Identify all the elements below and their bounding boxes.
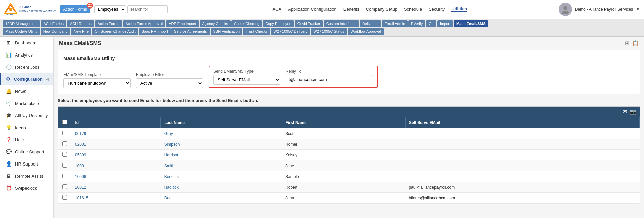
employee-lastname-link[interactable]: Simpson	[164, 142, 180, 147]
subnav-everify[interactable]: EVerify	[408, 20, 425, 27]
subnav-w2-status[interactable]: W2 / 1095C Status	[311, 28, 347, 35]
nav-schedule[interactable]: Schedule	[404, 7, 422, 12]
reply-to-input[interactable]	[286, 75, 373, 84]
sidebar-item-allpay[interactable]: 🎓 AllPay University	[0, 109, 53, 121]
row-checkbox-1[interactable]	[62, 131, 67, 135]
sidebar-item-online-support[interactable]: 💬 Online Support	[0, 146, 53, 158]
employee-id-link[interactable]: 00179	[75, 131, 86, 136]
subnav-new-company[interactable]: New Company	[41, 28, 70, 35]
employee-id-link[interactable]: 05899	[75, 153, 86, 157]
employee-lastname-link[interactable]: Smith	[164, 164, 175, 168]
nav-benefits[interactable]: Benefits	[343, 7, 359, 12]
action-forms-button[interactable]: Action Forms 22	[60, 5, 90, 13]
subnav-service-agreements[interactable]: Service Agreements	[171, 28, 210, 35]
send-email-button[interactable]: ✉	[623, 109, 627, 115]
subnav-on-screen-audit[interactable]: On Screen Change Audit	[92, 28, 138, 35]
subnav-12dd[interactable]: 12DD Management	[3, 20, 40, 27]
cell-email	[405, 171, 639, 182]
subnav-email-admin[interactable]: Email Admin	[382, 20, 408, 27]
table-row: 02001 Simpson Homer	[58, 139, 640, 150]
subnav-w2-delivery[interactable]: W2 / 1095C Delivery	[271, 28, 310, 35]
row-checkbox-2[interactable]	[62, 141, 67, 146]
sidebar-item-remote-assist[interactable]: 🖥 Remote Assist	[0, 170, 53, 182]
employee-lastname-link[interactable]: Gray	[164, 131, 173, 136]
send-type-select[interactable]: Self Serve EMail	[213, 75, 280, 85]
cell-last-name: Benefits	[161, 171, 282, 182]
subnav-covid-tracker[interactable]: Covid Tracker	[295, 20, 323, 27]
search-category-dropdown[interactable]: Employees	[94, 5, 126, 13]
employee-lastname-link[interactable]: Harrison	[164, 153, 179, 157]
help-icon: ❓	[6, 137, 12, 142]
subnav-action-forms[interactable]: Action Forms	[95, 20, 122, 27]
subnav-new-hire[interactable]: New Hire	[71, 28, 91, 35]
employee-id-link[interactable]: 02001	[75, 142, 86, 147]
col-checkbox	[58, 117, 72, 128]
employee-id-link[interactable]: 1000	[75, 164, 84, 168]
nav-security[interactable]: Security	[429, 7, 445, 12]
subnav-workflow-approval[interactable]: Workflow Approval	[348, 28, 384, 35]
row-checkbox-4[interactable]	[62, 163, 67, 168]
subnav-copy-employee[interactable]: Copy Employee	[263, 20, 294, 27]
nav-company-setup[interactable]: Company Setup	[366, 7, 397, 12]
sidebar-item-analytics[interactable]: 📊 Analytics	[0, 49, 53, 61]
employee-lastname-link[interactable]: Hadlock	[164, 185, 179, 190]
filter-select[interactable]: Active	[136, 78, 203, 88]
cell-first-name: Jane	[282, 160, 405, 171]
subnav-custom-interfaces[interactable]: Custom Interfaces	[324, 20, 359, 27]
sidebar-item-dashboard[interactable]: ⊞ Dashboard	[0, 37, 53, 49]
search-area: Employees	[94, 5, 168, 13]
subnav-deliveries[interactable]: Deliveries	[360, 20, 381, 27]
sidebar-item-marketplace[interactable]: 🛒 Marketplace	[0, 97, 53, 109]
document-view-button[interactable]: 📋	[632, 40, 639, 46]
subnav-mass-email[interactable]: Mass Email/SMS	[454, 20, 488, 27]
page-title: Mass EMail/SMS	[59, 40, 101, 46]
select-all-checkbox[interactable]	[62, 120, 67, 124]
search-input[interactable]	[127, 5, 168, 13]
row-checkbox-5[interactable]	[62, 174, 67, 178]
cell-first-name: Robert	[282, 182, 405, 193]
nav-app-config[interactable]: Application Configuration	[288, 7, 337, 12]
sidebar-item-configuration[interactable]: ⚙ Configuration ◀	[0, 73, 53, 85]
sidebar-label-configuration: Configuration	[14, 77, 43, 82]
sidebar-item-recent-jobs[interactable]: 🕐 Recent Jobs	[0, 61, 53, 73]
reply-to-label: Reply To	[286, 69, 373, 74]
row-checkbox-7[interactable]	[62, 195, 67, 200]
subnav-mass-update[interactable]: Mass Update Utility	[3, 28, 40, 35]
nav-aca[interactable]: ACA	[272, 7, 281, 12]
sidebar-label-news: News	[15, 89, 26, 94]
sidebar-item-help[interactable]: ❓ Help	[0, 134, 53, 146]
subnav-action-forms-approval[interactable]: Action Forms Approval	[123, 20, 166, 27]
subnav-trust-checks[interactable]: Trust Checks	[243, 28, 270, 35]
row-checkbox-6[interactable]	[62, 184, 67, 189]
cell-last-name: Smith	[161, 160, 282, 171]
highlighted-fields: Send EMail/SMS Type Self Serve EMail Rep…	[209, 66, 378, 88]
camera-button[interactable]: 📷	[630, 109, 636, 115]
sidebar-item-ideas[interactable]: 💡 Ideas	[0, 121, 53, 134]
nav-utilities[interactable]: Utilities	[451, 6, 467, 12]
subnav-saas-hr-import[interactable]: Saas HR Import	[139, 28, 171, 35]
subnav-ach-entries[interactable]: ACH Entries	[41, 20, 66, 27]
sidebar-label-swipeclock: Swipeclock	[15, 186, 37, 191]
employee-lastname-link[interactable]: Doe	[164, 196, 172, 201]
subnav-ssn-verification[interactable]: SSN Verification	[211, 28, 242, 35]
subnav-ach-returns[interactable]: ACH Returns	[67, 20, 94, 27]
grid-view-button[interactable]: ⊞	[625, 40, 629, 46]
sidebar-item-swipeclock[interactable]: ⏰ Swipeclock	[0, 182, 53, 194]
subnav-import[interactable]: Import	[437, 20, 453, 27]
employee-lastname-link[interactable]: Benefits	[164, 174, 179, 179]
row-checkbox-3[interactable]	[62, 152, 67, 157]
template-select[interactable]: Hurricane shutdown	[63, 78, 131, 88]
subnav-adp-emp-import[interactable]: ADP Emp Import	[166, 20, 199, 27]
table-header: Id Last Name First Name Self Serve EMail	[58, 117, 640, 128]
employee-id-link[interactable]: 10012	[75, 185, 86, 190]
employee-id-link[interactable]: 10006	[75, 174, 86, 179]
employee-id-link[interactable]: 101615	[75, 196, 88, 201]
user-dropdown-icon[interactable]: ▼	[636, 7, 640, 12]
sidebar-item-hr-support[interactable]: 👤 HR Support	[0, 158, 53, 170]
subnav-agency-checks[interactable]: Agency Checks	[200, 20, 231, 27]
sidebar-item-news[interactable]: 🔔 News	[0, 85, 53, 97]
subnav-gl[interactable]: GL	[426, 20, 436, 27]
cell-id: 05899	[72, 150, 161, 160]
subnav-check-clearing[interactable]: Check Clearing	[231, 20, 262, 27]
main-content: Mass EMail/SMS ⊞ 📋 Mass Email/SMS Utilit…	[54, 37, 644, 218]
